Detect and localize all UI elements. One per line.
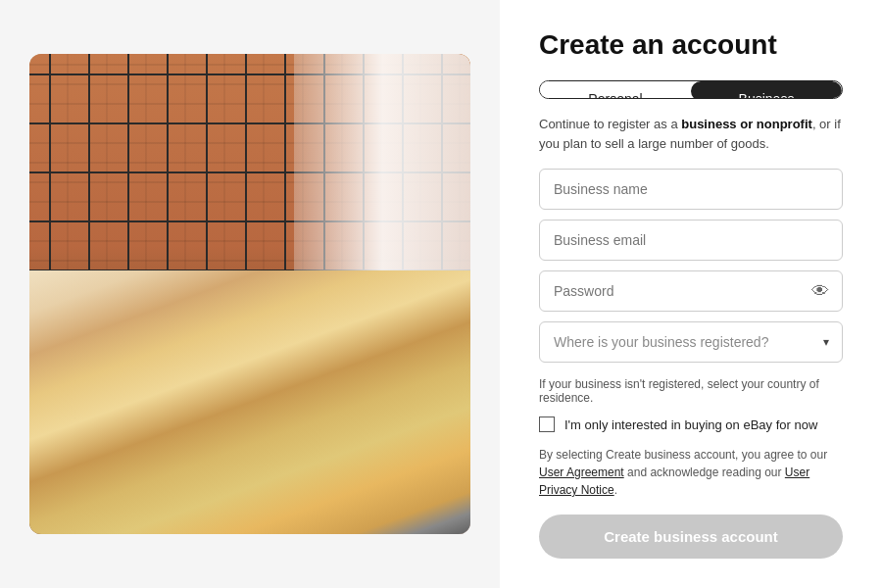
country-hint: If your business isn't registered, selec… bbox=[539, 377, 843, 405]
password-input[interactable] bbox=[539, 270, 843, 312]
tab-business[interactable]: Business bbox=[691, 81, 842, 99]
toggle-password-icon[interactable]: 👁 bbox=[811, 281, 829, 302]
page-container: Create an account Personal Business Cont… bbox=[0, 0, 882, 588]
password-group: 👁 bbox=[539, 270, 843, 312]
country-group: Where is your business registered? Unite… bbox=[539, 321, 843, 363]
buying-only-row: I'm only interested in buying on eBay fo… bbox=[539, 416, 843, 432]
buying-only-checkbox[interactable] bbox=[539, 416, 555, 432]
country-select[interactable]: Where is your business registered? Unite… bbox=[539, 321, 843, 363]
business-email-group bbox=[539, 220, 843, 261]
page-title: Create an account bbox=[539, 29, 843, 61]
user-agreement-link[interactable]: User Agreement bbox=[539, 466, 624, 479]
legal-text: By selecting Create business account, yo… bbox=[539, 446, 843, 499]
left-panel bbox=[0, 0, 500, 588]
buying-only-label: I'm only interested in buying on eBay fo… bbox=[564, 417, 817, 432]
hero-image bbox=[29, 54, 470, 534]
account-type-toggle: Personal Business bbox=[539, 80, 843, 99]
tab-personal[interactable]: Personal bbox=[540, 81, 691, 99]
account-subtitle: Continue to register as a business or no… bbox=[539, 115, 843, 153]
create-business-account-button[interactable]: Create business account bbox=[539, 514, 843, 559]
business-email-input[interactable] bbox=[539, 220, 843, 261]
business-name-group bbox=[539, 169, 843, 210]
business-name-input[interactable] bbox=[539, 169, 843, 210]
right-panel: Create an account Personal Business Cont… bbox=[500, 0, 882, 588]
